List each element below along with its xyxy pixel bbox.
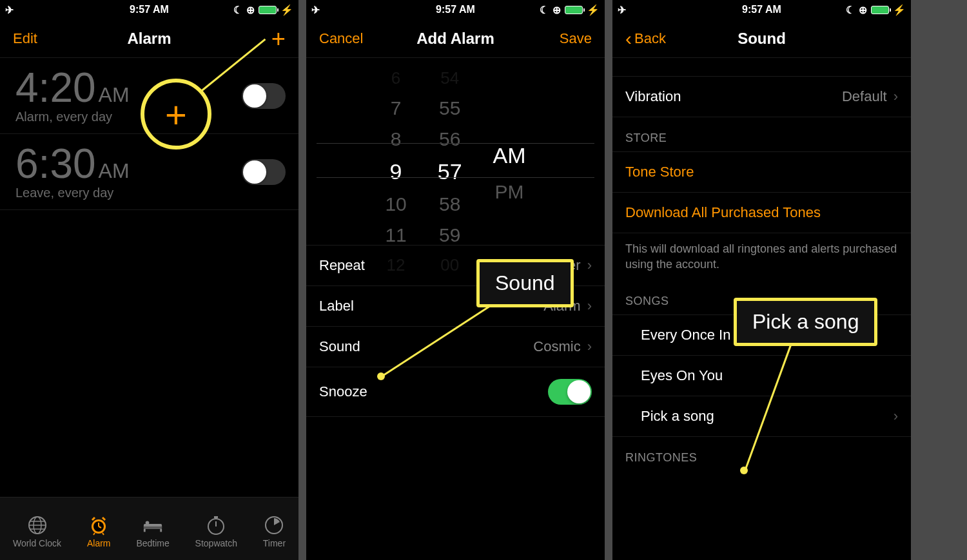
svg-rect-18	[214, 516, 218, 518]
song-row[interactable]: Eyes On You	[612, 356, 911, 396]
page-title: Sound	[737, 30, 786, 48]
airplane-mode-icon: ✈	[618, 4, 626, 16]
stopwatch-icon	[206, 515, 226, 536]
song-row[interactable]: Every Once In A While	[612, 314, 911, 356]
nav-bar: Edit Alarm +	[0, 19, 298, 58]
alarm-time: 6:30AM	[15, 143, 130, 184]
svg-rect-14	[160, 528, 162, 532]
bed-icon	[142, 515, 163, 536]
alarm-row[interactable]: 6:30AM Leave, every day	[0, 134, 298, 210]
screen-alarm-list: ✈ 9:57 AM ☾ ⊕ ⚡ Edit Alarm + 4:20AM Alar…	[0, 0, 306, 560]
screen-add-alarm: ✈ 9:57 AM ☾ ⊕ ⚡ Cancel Add Alarm Save 6 …	[306, 0, 612, 560]
globe-icon	[27, 515, 48, 536]
alarm-clock-icon	[88, 515, 109, 536]
sound-row[interactable]: Sound Cosmic›	[306, 327, 605, 367]
snooze-row: Snooze	[306, 367, 605, 417]
moon-icon: ☾	[540, 4, 549, 16]
svg-rect-13	[144, 528, 146, 532]
vibration-row[interactable]: Vibration Default›	[612, 76, 911, 117]
tab-alarm[interactable]: Alarm	[87, 515, 111, 548]
add-alarm-button[interactable]: +	[271, 26, 286, 51]
cancel-button[interactable]: Cancel	[319, 30, 363, 47]
section-header-ringtones: RINGTONES	[612, 437, 911, 471]
status-bar: ✈ 9:57 AM ☾ ⊕ ⚡	[0, 0, 298, 19]
edit-button[interactable]: Edit	[13, 30, 37, 47]
lock-icon: ⊕	[552, 4, 561, 16]
tab-bedtime[interactable]: Bedtime	[136, 515, 169, 548]
status-time: 9:57 AM	[436, 4, 475, 15]
charge-icon: ⚡	[280, 4, 293, 16]
battery-icon	[871, 6, 889, 14]
tab-bar: World Clock Alarm Bedtime Stopwatch Time…	[0, 497, 298, 560]
snooze-toggle[interactable]	[548, 379, 592, 405]
chevron-left-icon: ‹	[625, 28, 632, 50]
screen-sound: ✈ 9:57 AM ☾ ⊕ ⚡ ‹ Back Sound Vibration D…	[612, 0, 919, 560]
picker-minutes[interactable]: 54 55 56 57 58 59 00	[438, 68, 462, 275]
alarm-toggle[interactable]	[242, 83, 286, 109]
chevron-right-icon: ›	[894, 88, 898, 105]
chevron-right-icon: ›	[587, 257, 592, 274]
section-header-store: STORE	[612, 117, 911, 151]
airplane-mode-icon: ✈	[311, 4, 320, 16]
tab-timer[interactable]: Timer	[263, 515, 286, 548]
download-note: This will download all ringtones and ale…	[612, 233, 911, 280]
lock-icon: ⊕	[246, 4, 255, 16]
page-title: Add Alarm	[416, 30, 494, 48]
battery-icon	[565, 6, 583, 14]
back-button[interactable]: ‹ Back	[625, 28, 666, 50]
chevron-right-icon: ›	[587, 338, 592, 355]
charge-icon: ⚡	[587, 4, 600, 16]
moon-icon: ☾	[233, 4, 242, 16]
download-tones-link[interactable]: Download All Purchased Tones	[612, 193, 911, 233]
label-row[interactable]: Label Alarm›	[306, 286, 605, 327]
tone-store-link[interactable]: Tone Store	[612, 151, 911, 193]
alarm-row[interactable]: 4:20AM Alarm, every day	[0, 58, 298, 134]
nav-bar: ‹ Back Sound	[612, 19, 911, 58]
time-picker[interactable]: 6 7 8 9 10 11 12 54 55 56 57 58 59 00 AM…	[306, 58, 605, 245]
save-button[interactable]: Save	[560, 30, 592, 47]
battery-icon	[259, 6, 277, 14]
alarm-time: 4:20AM	[15, 67, 130, 108]
tab-world-clock[interactable]: World Clock	[13, 515, 61, 548]
status-bar: ✈ 9:57 AM ☾ ⊕ ⚡	[612, 0, 911, 19]
picker-ampm[interactable]: AM PM	[493, 68, 526, 203]
chevron-right-icon: ›	[587, 298, 592, 314]
nav-bar: Cancel Add Alarm Save	[306, 19, 605, 58]
svg-line-9	[93, 533, 95, 535]
charge-icon: ⚡	[893, 4, 906, 16]
status-bar: ✈ 9:57 AM ☾ ⊕ ⚡	[306, 0, 605, 19]
moon-icon: ☾	[846, 4, 855, 16]
pick-a-song-row[interactable]: Pick a song ›	[612, 396, 911, 437]
alarm-sub: Leave, every day	[15, 186, 130, 200]
alarm-toggle[interactable]	[242, 159, 286, 185]
svg-line-10	[103, 533, 104, 535]
airplane-mode-icon: ✈	[5, 4, 14, 16]
svg-point-15	[146, 521, 150, 525]
svg-rect-12	[144, 526, 162, 528]
page-title: Alarm	[127, 30, 171, 48]
status-time: 9:57 AM	[130, 4, 169, 15]
chevron-right-icon: ›	[894, 408, 898, 425]
picker-hours[interactable]: 6 7 8 9 10 11 12	[385, 68, 406, 275]
alarm-sub: Alarm, every day	[15, 110, 130, 124]
timer-icon	[264, 515, 284, 536]
tab-stopwatch[interactable]: Stopwatch	[195, 515, 237, 548]
status-time: 9:57 AM	[742, 4, 781, 15]
lock-icon: ⊕	[859, 4, 867, 16]
section-header-songs: SONGS	[612, 280, 911, 314]
